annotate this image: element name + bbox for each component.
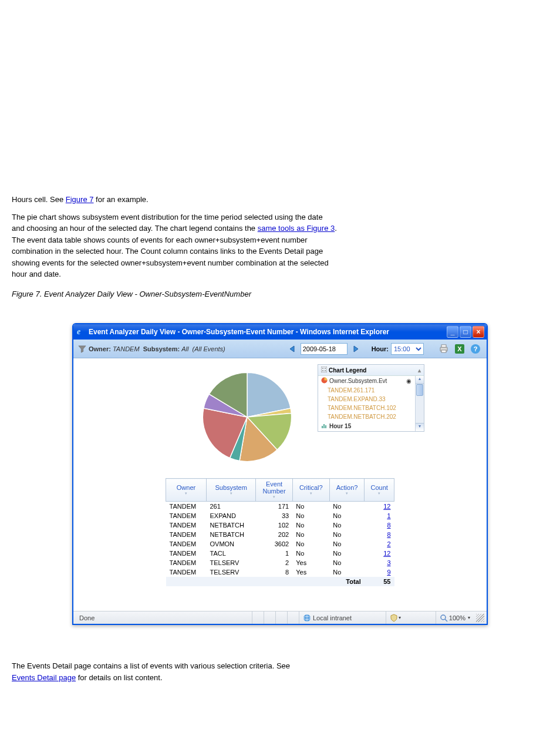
legend-title: Chart Legend [329, 367, 366, 374]
svg-point-8 [322, 368, 323, 369]
table-row: TANDEMTELSERV8YesNo9 [166, 567, 394, 577]
detail-page-link[interactable]: Events Detail page [12, 673, 76, 682]
next-date-button[interactable] [349, 344, 361, 354]
prev-date-button[interactable] [287, 344, 299, 354]
svg-point-10 [322, 370, 323, 371]
legend-item[interactable]: TANDEM.EXPAND.33 [318, 395, 424, 404]
doc-line: Hours cell. See Figure 7 for an example. [12, 194, 548, 206]
maximize-button[interactable]: □ [460, 326, 471, 338]
total-row: Total55 [166, 577, 394, 586]
pie-mini-icon [321, 377, 328, 385]
svg-point-11 [325, 370, 326, 371]
title-bar: e Event Analyzer Daily View - Owner-Subs… [73, 324, 487, 340]
svg-rect-15 [325, 425, 326, 428]
status-done: Done [76, 611, 252, 624]
column-header[interactable]: Subsystem▾ [206, 479, 255, 502]
window-title: Event Analyzer Daily View - Owner-Subsys… [89, 328, 446, 336]
count-link[interactable]: 12 [383, 503, 390, 510]
help-button[interactable]: ? [469, 342, 482, 355]
doc-below: The Events Detail page contains a list o… [12, 660, 548, 683]
legend-scrollbar[interactable]: ▴ ▾ [415, 376, 424, 431]
svg-point-9 [325, 368, 326, 369]
legend-hour-label: Hour 15 [329, 423, 351, 429]
svg-text:?: ? [474, 345, 478, 352]
count-link[interactable]: 1 [387, 512, 390, 519]
minimize-button[interactable]: _ [447, 326, 458, 338]
table-row: TANDEMOVMON3602NoNo2 [166, 539, 394, 549]
count-link[interactable]: 12 [383, 550, 390, 557]
table-row: TANDEMTELSERV2YesNo3 [166, 558, 394, 567]
chart-mini-icon [321, 422, 328, 430]
doc-line: The pie chart shows subsystem event dist… [12, 211, 548, 280]
close-button[interactable]: × [473, 326, 484, 338]
print-button[interactable] [437, 342, 450, 355]
scroll-thumb[interactable] [416, 384, 423, 396]
status-bar: Done Local intranet ▾ 100% ▾ [73, 611, 487, 624]
column-header[interactable]: Count▾ [365, 479, 394, 502]
count-link[interactable]: 8 [387, 531, 390, 538]
protected-mode[interactable]: ▾ [386, 611, 404, 624]
intranet-icon [303, 614, 311, 622]
figure-caption: Figure 7. Event Analyzer Daily View - Ow… [12, 288, 548, 300]
tools-link[interactable]: same tools as Figure 3 [258, 224, 335, 233]
security-zone: Local intranet [299, 611, 355, 624]
excel-export-button[interactable]: X [453, 342, 466, 355]
funnel-icon [78, 345, 86, 353]
legend-icon [321, 367, 327, 374]
legend-item[interactable]: TANDEM.NETBATCH.202 [318, 412, 424, 421]
table-row: TANDEMEXPAND33NoNo1 [166, 511, 394, 520]
table-row: TANDEMNETBATCH102NoNo8 [166, 520, 394, 530]
legend-item[interactable]: TANDEM.261.171 [318, 386, 424, 395]
filter-summary: Owner: TANDEM Subsystem: All (All Events… [89, 345, 225, 352]
count-link[interactable]: 8 [387, 522, 390, 529]
column-header[interactable]: Owner▾ [166, 479, 207, 502]
column-header[interactable]: EventNumber▾ [256, 479, 292, 502]
column-header[interactable]: Critical?▾ [292, 479, 329, 502]
svg-text:X: X [457, 345, 462, 352]
resize-grip[interactable] [476, 614, 484, 622]
svg-rect-13 [322, 426, 323, 428]
pie-chart [194, 364, 300, 470]
eye-icon[interactable]: ◉ [406, 378, 411, 384]
table-row: TANDEM261171NoNo12 [166, 502, 394, 512]
scroll-up-button[interactable]: ▴ [416, 376, 424, 384]
column-header[interactable]: Action?▾ [329, 479, 364, 502]
hour-select[interactable]: 15:00 [391, 343, 424, 355]
chart-legend: Chart Legend ▴ Owner.Subsystem.Evt ◉ TAN [318, 364, 424, 432]
svg-rect-1 [441, 345, 446, 347]
figure-link[interactable]: Figure 7 [66, 195, 94, 204]
table-row: TANDEMNETBATCH202NoNo8 [166, 530, 394, 539]
browser-window: e Event Analyzer Daily View - Owner-Subs… [72, 323, 488, 625]
count-link[interactable]: 9 [387, 569, 390, 576]
svg-rect-7 [321, 367, 327, 372]
event-table: Owner▾Subsystem▾EventNumber▾Critical?▾Ac… [166, 478, 394, 586]
zoom-control[interactable]: 100% ▾ [436, 611, 474, 624]
svg-line-19 [445, 619, 447, 621]
content-area: Chart Legend ▴ Owner.Subsystem.Evt ◉ TAN [73, 358, 487, 611]
collapse-icon[interactable]: ▴ [418, 367, 421, 374]
table-row: TANDEMTACL1NoNo12 [166, 549, 394, 558]
count-link[interactable]: 3 [387, 559, 390, 566]
hour-label: Hour: [372, 345, 389, 352]
svg-rect-2 [441, 350, 446, 352]
legend-series-label: Owner.Subsystem.Evt [329, 378, 387, 384]
ie-icon: e [77, 327, 86, 337]
scroll-down-button[interactable]: ▾ [416, 423, 424, 431]
date-input[interactable] [301, 343, 348, 355]
svg-rect-14 [323, 424, 325, 428]
legend-item[interactable]: TANDEM.NETBATCH.102 [318, 404, 424, 412]
toolbar: Owner: TANDEM Subsystem: All (All Events… [73, 340, 487, 358]
count-link[interactable]: 2 [387, 540, 390, 547]
svg-point-18 [441, 615, 446, 620]
